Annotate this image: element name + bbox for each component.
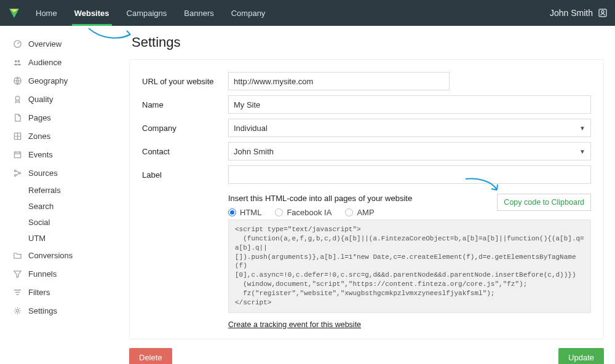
sidebar-item-label: Quality [28,95,53,104]
nav-websites[interactable]: Websites [66,0,118,26]
sidebar-item-label: Geography [28,76,68,85]
radio-icon [275,208,283,216]
people-icon [12,57,22,67]
svg-point-8 [15,96,20,100]
sidebar-item-events[interactable]: Events [10,145,129,164]
svg-point-14 [16,309,18,312]
page-title: Settings [132,34,604,50]
sidebar-sub-search[interactable]: Search [10,198,129,214]
globe-icon [12,76,22,85]
svg-point-12 [14,174,16,176]
url-input[interactable] [228,72,450,90]
funnel-icon [12,269,22,279]
code-tab-facebook-ia[interactable]: Facebook IA [275,208,331,217]
sidebar-item-label: Settings [28,306,57,315]
nav-banners[interactable]: Banners [175,0,222,26]
code-tab-amp[interactable]: AMP [345,208,374,217]
name-input[interactable] [228,95,591,114]
grid-icon [12,131,22,141]
gauge-icon [12,39,22,49]
sidebar-item-zones[interactable]: Zones [10,127,129,145]
sidebar-item-sources[interactable]: Sources [10,164,129,182]
chevron-down-icon: ▼ [579,148,585,155]
top-nav: Home Websites Campaigns Banners Company [27,0,274,26]
folder-icon [12,250,22,260]
page-icon [12,113,22,122]
gear-icon [12,306,22,315]
sidebar-item-filters[interactable]: Filters [10,283,129,301]
code-section: Insert this HTML-code into all pages of … [142,194,591,329]
sidebar-item-label: Filters [28,288,50,297]
sidebar-item-pages[interactable]: Pages [10,108,129,127]
contact-label: Contact [142,147,228,156]
filter-icon [12,287,22,297]
sidebar-sub-referrals[interactable]: Referrals [10,182,129,198]
sidebar-sub-utm[interactable]: UTM [10,230,129,246]
sidebar-item-geography[interactable]: Geography [10,71,129,90]
sidebar-item-label: Sources [28,168,58,178]
sidebar-sub-social[interactable]: Social [10,214,129,230]
sidebar-item-label: Audience [28,58,62,67]
app-logo-icon [7,6,21,20]
user-name: John Smith [550,8,593,18]
sidebar-item-label: Pages [28,113,51,122]
copy-code-button[interactable]: Copy code to Clipboard [497,194,591,211]
svg-point-5 [14,60,17,62]
svg-point-3 [601,10,604,13]
nav-company[interactable]: Company [223,0,274,26]
name-label: Name [142,100,228,109]
sidebar-item-label: Funnels [28,269,57,279]
account-icon [598,8,608,18]
contact-select[interactable]: John Smith ▼ [228,142,591,160]
sidebar-item-label: Zones [28,132,50,141]
topbar: Home Websites Campaigns Banners Company … [0,0,615,26]
sidebar-item-audience[interactable]: Audience [10,53,129,71]
svg-point-11 [14,170,16,172]
code-textarea[interactable]: <script type="text/javascript"> (functio… [228,220,591,313]
badge-icon [12,94,22,104]
label-input[interactable] [228,165,591,184]
user-menu[interactable]: John Smith [550,8,608,18]
nav-campaigns[interactable]: Campaigns [118,0,176,26]
main: Settings URL of your website Name Compan… [129,26,615,364]
radio-icon [228,208,236,216]
company-select[interactable]: Individual ▼ [228,119,591,137]
sidebar-item-label: Events [28,150,53,159]
radio-icon [345,208,353,216]
delete-button[interactable]: Delete [129,348,172,364]
settings-panel: URL of your website Name Company Individ… [129,59,604,339]
sidebar-item-quality[interactable]: Quality [10,90,129,108]
branch-icon [12,168,22,178]
company-label: Company [142,124,228,133]
svg-rect-10 [14,152,20,157]
sidebar-item-label: Overview [28,39,62,49]
chevron-down-icon: ▼ [579,125,585,132]
calendar-icon [12,149,22,159]
svg-point-6 [17,60,20,62]
sidebar-item-funnels[interactable]: Funnels [10,264,129,283]
url-label: URL of your website [142,77,228,86]
sidebar-item-overview[interactable]: Overview [10,34,129,53]
svg-point-13 [18,172,20,174]
sidebar-item-label: Conversions [28,251,73,260]
code-tab-html[interactable]: HTML [228,208,261,217]
sidebar-item-conversions[interactable]: Conversions [10,246,129,264]
sidebar-item-settings[interactable]: Settings [10,301,129,320]
sidebar: Overview Audience Geography Quality Page… [0,26,129,364]
update-button[interactable]: Update [558,348,604,364]
form-actions: Delete Update [129,348,604,364]
label-label: Label [142,170,228,180]
create-tracking-link[interactable]: Create a tracking event for this website [228,320,361,329]
nav-home[interactable]: Home [27,0,66,26]
